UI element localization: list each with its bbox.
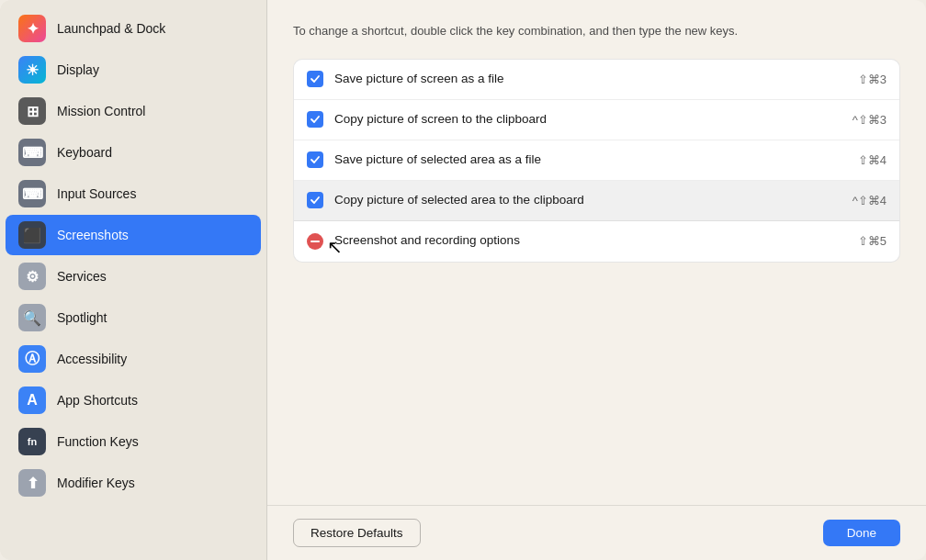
shortcut-row-copy-area-clipboard[interactable]: Copy picture of selected area to the cli… <box>294 181 899 221</box>
sidebar-label-launchpad: Launchpad & Dock <box>57 21 165 36</box>
checkbox-copy-area-clipboard[interactable] <box>307 192 323 208</box>
checkbox-copy-picture-clipboard[interactable] <box>307 111 323 128</box>
sidebar-item-keyboard[interactable]: ⌨Keyboard <box>6 132 261 173</box>
appshortcuts-icon: A <box>18 386 46 414</box>
sidebar-label-keyboard: Keyboard <box>57 145 112 160</box>
shortcut-key-screenshot-options: ⇧⌘5 <box>858 234 886 248</box>
accessibility-icon: Ⓐ <box>18 345 46 373</box>
checkbox-save-picture-file[interactable] <box>307 71 323 87</box>
shortcut-key-save-picture-file: ⇧⌘3 <box>858 73 886 86</box>
restore-defaults-button[interactable]: Restore Defaults <box>293 519 421 547</box>
shortcut-label-copy-area-clipboard: Copy picture of selected area to the cli… <box>334 192 841 209</box>
shortcut-key-copy-picture-clipboard: ^⇧⌘3 <box>853 113 886 127</box>
shortcut-key-save-area-file: ⇧⌘4 <box>858 153 886 167</box>
hint-text: To change a shortcut, double click the k… <box>293 22 900 40</box>
shortcut-list: Save picture of screen as a file⇧⌘3Copy … <box>293 59 900 263</box>
main-content: To change a shortcut, double click the k… <box>267 0 926 505</box>
shortcut-label-save-picture-file: Save picture of screen as a file <box>334 71 847 88</box>
shortcut-row-copy-picture-clipboard[interactable]: Copy picture of screen to the clipboard^… <box>294 100 899 140</box>
mission-icon: ⊞ <box>18 97 46 125</box>
keyboard-icon: ⌨ <box>18 139 46 166</box>
main-footer: Restore Defaults Done <box>267 505 926 560</box>
shortcut-key-copy-area-clipboard: ^⇧⌘4 <box>853 194 886 207</box>
sidebar-item-spotlight[interactable]: 🔍Spotlight <box>6 297 261 338</box>
main-panel: To change a shortcut, double click the k… <box>267 0 926 560</box>
sidebar-label-input: Input Sources <box>57 186 136 201</box>
shortcut-label-save-area-file: Save picture of selected area as a file <box>334 151 847 169</box>
done-button[interactable]: Done <box>823 520 900 546</box>
sidebar-label-mission: Mission Control <box>57 104 145 118</box>
sidebar-label-screenshots: Screenshots <box>57 228 129 242</box>
display-icon: ☀ <box>18 56 46 84</box>
shortcut-label-copy-picture-clipboard: Copy picture of screen to the clipboard <box>334 111 841 129</box>
checkbox-save-area-file[interactable] <box>307 151 323 168</box>
sidebar-item-fnkeys[interactable]: fnFunction Keys <box>6 421 261 462</box>
services-icon: ⚙ <box>18 263 46 290</box>
shortcut-label-screenshot-options: Screenshot and recording options <box>334 232 847 250</box>
sidebar-item-mission[interactable]: ⊞Mission Control <box>6 91 261 131</box>
sidebar-item-launchpad[interactable]: ✦Launchpad & Dock <box>6 8 261 49</box>
screenshots-icon: ⬛ <box>18 221 46 249</box>
sidebar-item-display[interactable]: ☀Display <box>6 50 261 90</box>
shortcut-row-save-area-file[interactable]: Save picture of selected area as a file⇧… <box>294 140 899 181</box>
sidebar-label-services: Services <box>57 269 107 284</box>
checkbox-screenshot-options[interactable] <box>307 233 323 250</box>
modifier-icon: ⬆ <box>18 469 46 497</box>
spotlight-icon: 🔍 <box>18 304 46 331</box>
shortcut-row-screenshot-options[interactable]: ↖Screenshot and recording options⇧⌘5 <box>294 221 899 262</box>
sidebar-label-display: Display <box>57 62 99 77</box>
sidebar-item-modifier[interactable]: ⬆Modifier Keys <box>6 463 261 503</box>
sidebar-label-spotlight: Spotlight <box>57 310 107 325</box>
sidebar-label-appshortcuts: App Shortcuts <box>57 393 138 408</box>
sidebar-item-input[interactable]: ⌨Input Sources <box>6 174 261 214</box>
sidebar-item-accessibility[interactable]: ⒶAccessibility <box>6 339 261 379</box>
sidebar-item-screenshots[interactable]: ⬛Screenshots <box>6 215 261 255</box>
sidebar-item-appshortcuts[interactable]: AApp Shortcuts <box>6 380 261 420</box>
sidebar-label-fnkeys: Function Keys <box>57 434 139 449</box>
sidebar-item-services[interactable]: ⚙Services <box>6 256 261 297</box>
fnkeys-icon: fn <box>18 428 46 455</box>
input-icon: ⌨ <box>18 180 46 207</box>
sidebar-label-accessibility: Accessibility <box>57 352 127 366</box>
launchpad-icon: ✦ <box>18 15 46 42</box>
shortcut-row-save-picture-file[interactable]: Save picture of screen as a file⇧⌘3 <box>294 60 899 100</box>
sidebar-label-modifier: Modifier Keys <box>57 476 135 490</box>
sidebar: ✦Launchpad & Dock☀Display⊞Mission Contro… <box>0 0 266 560</box>
